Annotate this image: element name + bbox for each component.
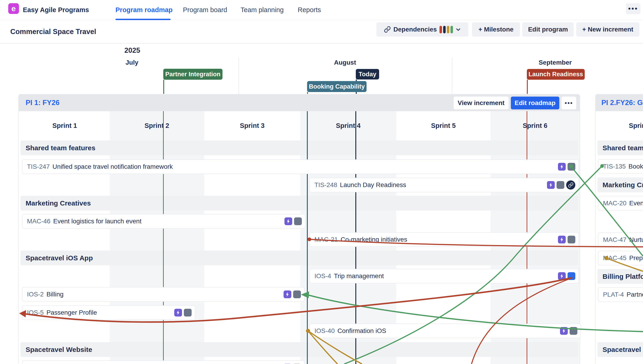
dependency-pill-red (440, 26, 442, 33)
milestone-flag-today: Today (356, 69, 379, 80)
status-square-icon[interactable] (293, 290, 301, 298)
timeline-year: 2025 (124, 46, 140, 54)
milestone-flag-partner-integration[interactable]: Partner Integration (163, 69, 223, 80)
logo-letter: e (12, 4, 16, 13)
issue-summary: Trip management (334, 272, 384, 280)
milestone-stem (163, 80, 164, 94)
epic-bolt-icon[interactable] (284, 218, 292, 225)
issue-summary: Launch Day Readiness (340, 181, 406, 188)
issue-summary: Event (629, 200, 643, 207)
sprint-2-label: Sprint 2 (144, 111, 169, 140)
epic-bolt-icon[interactable] (547, 181, 555, 189)
sprint-4-label: Sprint 4 (336, 111, 361, 140)
edit-program-button[interactable]: Edit program (522, 22, 574, 36)
milestone-flag-launch-readiness[interactable]: Launch Readiness (527, 69, 585, 80)
booking-capability-line (307, 111, 308, 364)
epic-bolt-icon[interactable] (284, 290, 291, 298)
dependency-pill-green (451, 26, 453, 33)
sprint-1-label: Sprint 1 (52, 111, 77, 140)
status-square-icon[interactable] (570, 327, 577, 335)
issue-summary: Nurtu (629, 236, 643, 244)
dependency-color-pills (440, 26, 453, 33)
issue-key: TIS-248 (314, 181, 337, 188)
issue-card-tis-135[interactable]: TIS-135 Book (598, 159, 643, 174)
tab-reports[interactable]: Reports (298, 0, 321, 20)
new-increment-button[interactable]: + New increment (576, 22, 639, 36)
issue-summary: Confirmation iOS (337, 327, 386, 334)
issue-key: MAC-21 (314, 236, 338, 243)
milestone-stem (307, 92, 308, 94)
issue-card-ios-40[interactable]: IOS-40 Confirmation iOS (309, 324, 581, 338)
top-navbar (0, 0, 643, 20)
issue-card-ios-5[interactable]: IOS-5 Passenger Profile (22, 305, 195, 320)
issue-card-tis-247[interactable]: TIS-247 Unified space travel notificatio… (22, 160, 579, 174)
status-square-icon[interactable] (568, 163, 575, 170)
app-title: Easy Agile Programs (23, 0, 89, 20)
issue-key: MAC-20 (603, 200, 626, 207)
link-icon (384, 26, 391, 33)
issue-summary: Billing (46, 291, 64, 298)
swimlane-spacetravel-website[interactable]: Spacetravel Website (21, 342, 578, 357)
tab-team-planning[interactable]: Team planning (241, 0, 284, 20)
add-milestone-button[interactable]: + Milestone (472, 22, 520, 36)
issue-card-mac-46[interactable]: MAC-46 Event logistics for launch event (22, 214, 306, 228)
program-title: Commercial Space Travel (10, 20, 96, 43)
month-september: September (539, 59, 572, 66)
status-square-icon-selected[interactable] (568, 272, 575, 280)
epic-bolt-icon[interactable] (558, 236, 566, 244)
epic-bolt-icon[interactable] (558, 272, 566, 280)
status-square-icon[interactable] (557, 181, 564, 189)
issue-card-mac-21[interactable]: MAC-21 Co-marketing initiatives (309, 232, 579, 247)
issue-key: MAC-47 (603, 236, 626, 244)
issue-card-ios-2[interactable]: IOS-2 Billing (22, 287, 305, 302)
issue-card-cut[interactable] (22, 360, 305, 364)
issue-summary: Event logistics for launch event (53, 218, 142, 225)
status-square-icon[interactable] (294, 218, 302, 225)
issue-card-mac-47[interactable]: MAC-47 Nurtu (598, 232, 643, 247)
dependencies-label: Dependencies (393, 26, 437, 33)
chevron-down-icon (456, 27, 461, 32)
milestone-stem (527, 80, 528, 94)
app-window: e Easy Agile Programs Program roadmap Pr… (0, 0, 643, 364)
pi1-title[interactable]: PI 1: FY26 (26, 94, 60, 111)
issue-summary: Co-marketing initiatives (341, 236, 407, 243)
issue-summary: Book (628, 163, 643, 170)
status-square-icon[interactable] (568, 236, 575, 244)
pi2-swimlane-billing-platform[interactable]: Billing Platfo (597, 269, 643, 284)
dependencies-button[interactable]: Dependencies (376, 22, 468, 36)
pi2-sprint-label: Sprin (629, 111, 643, 140)
view-increment-button[interactable]: View increment (454, 96, 509, 110)
nav-more-button[interactable]: ••• (626, 3, 640, 14)
issue-key: IOS-2 (27, 291, 44, 298)
issue-key: PLAT-4 (603, 291, 624, 298)
dependency-pill-gold (447, 26, 449, 33)
epic-bolt-icon[interactable] (174, 309, 182, 316)
epic-bolt-icon[interactable] (558, 163, 566, 170)
swimlane-spacetravel-ios-app[interactable]: Spacetravel iOS App (21, 250, 578, 265)
pi1-more-button[interactable]: ••• (562, 96, 576, 110)
issue-card-mac-20[interactable]: MAC-20 Event (598, 196, 643, 210)
issue-card-mac-45[interactable]: MAC-45 Prepa (598, 251, 643, 265)
issue-key: MAC-45 (603, 254, 626, 262)
swimlane-shared-team-features[interactable]: Shared team features (21, 140, 578, 155)
tab-program-board[interactable]: Program board (183, 0, 227, 20)
pi2-swimlane-marketing[interactable]: Marketing Cr (597, 178, 643, 192)
swimlane-marketing-creatives[interactable]: Marketing Creatives (21, 196, 578, 210)
pi2-swimlane-spacetravel[interactable]: Spacetravel i (597, 342, 643, 357)
epic-bolt-icon[interactable] (560, 327, 568, 335)
issue-key: IOS-4 (314, 272, 331, 280)
edit-roadmap-button[interactable]: Edit roadmap (511, 96, 559, 110)
pi2-title[interactable]: PI 2.FY26: G (601, 94, 643, 111)
issue-card-ios-4[interactable]: IOS-4 Trip management (309, 269, 579, 284)
dependency-link-badge-icon[interactable] (566, 180, 575, 190)
issue-card-tis-248[interactable]: TIS-248 Launch Day Readiness (309, 178, 579, 192)
issue-card-plat-4[interactable]: PLAT-4 Partne (598, 287, 643, 302)
tab-program-roadmap[interactable]: Program roadmap (115, 0, 173, 20)
issue-key: TIS-247 (27, 163, 50, 170)
issue-summary: Unified space travel notification framew… (53, 163, 173, 170)
milestone-flag-booking-capability[interactable]: Booking Capability (307, 81, 366, 92)
month-july: July (126, 59, 138, 66)
sprint-5-label: Sprint 5 (431, 111, 456, 140)
pi2-swimlane-shared-team[interactable]: Shared team (597, 140, 643, 155)
status-square-icon[interactable] (184, 309, 192, 316)
